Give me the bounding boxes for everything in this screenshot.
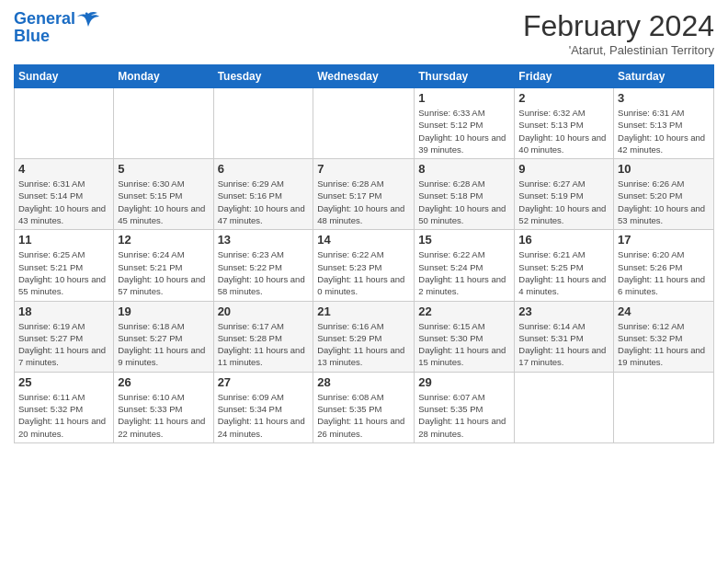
calendar-cell: 27Sunrise: 6:09 AM Sunset: 5:34 PM Dayli…	[213, 372, 313, 442]
day-info: Sunrise: 6:28 AM Sunset: 5:18 PM Dayligh…	[418, 178, 510, 226]
calendar-cell	[313, 88, 415, 159]
day-info: Sunrise: 6:15 AM Sunset: 5:30 PM Dayligh…	[418, 320, 510, 369]
col-sunday: Sunday	[15, 65, 114, 88]
calendar-cell: 2Sunrise: 6:32 AM Sunset: 5:13 PM Daylig…	[515, 88, 614, 159]
day-info: Sunrise: 6:25 AM Sunset: 5:21 PM Dayligh…	[18, 248, 109, 297]
col-tuesday: Tuesday	[213, 65, 313, 88]
day-number: 16	[518, 233, 609, 247]
calendar-cell: 3Sunrise: 6:31 AM Sunset: 5:13 PM Daylig…	[614, 88, 714, 159]
day-info: Sunrise: 6:26 AM Sunset: 5:20 PM Dayligh…	[618, 178, 710, 226]
logo-bird-icon	[77, 10, 99, 29]
day-info: Sunrise: 6:31 AM Sunset: 5:14 PM Dayligh…	[18, 178, 109, 226]
col-wednesday: Wednesday	[313, 65, 415, 88]
day-info: Sunrise: 6:10 AM Sunset: 5:33 PM Dayligh…	[118, 391, 209, 440]
day-number: 11	[18, 233, 109, 247]
day-number: 3	[618, 91, 710, 105]
day-number: 29	[418, 375, 510, 389]
calendar-cell: 29Sunrise: 6:07 AM Sunset: 5:35 PM Dayli…	[415, 372, 515, 442]
day-number: 28	[317, 375, 410, 389]
day-info: Sunrise: 6:20 AM Sunset: 5:26 PM Dayligh…	[618, 248, 710, 297]
calendar-cell: 8Sunrise: 6:28 AM Sunset: 5:18 PM Daylig…	[415, 159, 515, 230]
day-info: Sunrise: 6:08 AM Sunset: 5:35 PM Dayligh…	[317, 391, 410, 440]
day-info: Sunrise: 6:22 AM Sunset: 5:23 PM Dayligh…	[317, 248, 410, 297]
title-block: February 2024 'Atarut, Palestinian Terri…	[523, 9, 714, 57]
calendar-header-row: Sunday Monday Tuesday Wednesday Thursday…	[15, 65, 714, 88]
day-number: 13	[218, 233, 310, 247]
day-number: 14	[317, 233, 410, 247]
calendar-week-row: 18Sunrise: 6:19 AM Sunset: 5:27 PM Dayli…	[15, 301, 714, 372]
header: General Blue February 2024 'Atarut, Pale…	[14, 9, 714, 57]
day-number: 5	[118, 162, 209, 176]
day-number: 21	[317, 304, 410, 318]
col-monday: Monday	[114, 65, 213, 88]
day-number: 2	[518, 91, 609, 105]
calendar-week-row: 4Sunrise: 6:31 AM Sunset: 5:14 PM Daylig…	[15, 159, 714, 230]
calendar-cell: 15Sunrise: 6:22 AM Sunset: 5:24 PM Dayli…	[415, 230, 515, 301]
calendar-cell: 20Sunrise: 6:17 AM Sunset: 5:28 PM Dayli…	[213, 301, 313, 372]
col-friday: Friday	[515, 65, 614, 88]
day-number: 27	[218, 375, 310, 389]
day-number: 7	[317, 162, 410, 176]
day-info: Sunrise: 6:16 AM Sunset: 5:29 PM Dayligh…	[317, 320, 410, 369]
day-number: 17	[618, 233, 710, 247]
day-info: Sunrise: 6:17 AM Sunset: 5:28 PM Dayligh…	[218, 320, 310, 369]
day-number: 8	[418, 162, 510, 176]
calendar-cell: 26Sunrise: 6:10 AM Sunset: 5:33 PM Dayli…	[114, 372, 213, 442]
day-info: Sunrise: 6:30 AM Sunset: 5:15 PM Dayligh…	[118, 178, 209, 226]
day-info: Sunrise: 6:19 AM Sunset: 5:27 PM Dayligh…	[18, 320, 109, 369]
calendar-cell: 12Sunrise: 6:24 AM Sunset: 5:21 PM Dayli…	[114, 230, 213, 301]
calendar-cell: 25Sunrise: 6:11 AM Sunset: 5:32 PM Dayli…	[15, 372, 114, 442]
calendar-cell: 28Sunrise: 6:08 AM Sunset: 5:35 PM Dayli…	[313, 372, 415, 442]
calendar-cell: 6Sunrise: 6:29 AM Sunset: 5:16 PM Daylig…	[213, 159, 313, 230]
day-info: Sunrise: 6:24 AM Sunset: 5:21 PM Dayligh…	[118, 248, 209, 297]
day-info: Sunrise: 6:07 AM Sunset: 5:35 PM Dayligh…	[418, 391, 510, 440]
day-number: 9	[518, 162, 609, 176]
day-number: 24	[618, 304, 710, 318]
day-info: Sunrise: 6:27 AM Sunset: 5:19 PM Dayligh…	[518, 178, 609, 226]
calendar-cell: 5Sunrise: 6:30 AM Sunset: 5:15 PM Daylig…	[114, 159, 213, 230]
day-number: 1	[418, 91, 510, 105]
calendar-cell: 11Sunrise: 6:25 AM Sunset: 5:21 PM Dayli…	[15, 230, 114, 301]
calendar-cell: 16Sunrise: 6:21 AM Sunset: 5:25 PM Dayli…	[515, 230, 614, 301]
calendar-cell	[213, 88, 313, 159]
day-info: Sunrise: 6:18 AM Sunset: 5:27 PM Dayligh…	[118, 320, 209, 369]
calendar-cell: 7Sunrise: 6:28 AM Sunset: 5:17 PM Daylig…	[313, 159, 415, 230]
day-number: 25	[18, 375, 109, 389]
day-number: 18	[18, 304, 109, 318]
calendar-cell: 23Sunrise: 6:14 AM Sunset: 5:31 PM Dayli…	[515, 301, 614, 372]
calendar-table: Sunday Monday Tuesday Wednesday Thursday…	[14, 64, 714, 443]
day-number: 6	[218, 162, 310, 176]
day-number: 22	[418, 304, 510, 318]
day-info: Sunrise: 6:28 AM Sunset: 5:17 PM Dayligh…	[317, 178, 410, 226]
calendar-cell: 1Sunrise: 6:33 AM Sunset: 5:12 PM Daylig…	[415, 88, 515, 159]
calendar-cell: 24Sunrise: 6:12 AM Sunset: 5:32 PM Dayli…	[614, 301, 714, 372]
day-info: Sunrise: 6:31 AM Sunset: 5:13 PM Dayligh…	[618, 107, 710, 155]
col-thursday: Thursday	[415, 65, 515, 88]
calendar-cell: 9Sunrise: 6:27 AM Sunset: 5:19 PM Daylig…	[515, 159, 614, 230]
calendar-cell: 10Sunrise: 6:26 AM Sunset: 5:20 PM Dayli…	[614, 159, 714, 230]
day-number: 26	[118, 375, 209, 389]
calendar-cell: 19Sunrise: 6:18 AM Sunset: 5:27 PM Dayli…	[114, 301, 213, 372]
logo: General Blue	[14, 9, 99, 46]
calendar-week-row: 25Sunrise: 6:11 AM Sunset: 5:32 PM Dayli…	[15, 372, 714, 442]
calendar-cell: 4Sunrise: 6:31 AM Sunset: 5:14 PM Daylig…	[15, 159, 114, 230]
calendar-cell: 14Sunrise: 6:22 AM Sunset: 5:23 PM Dayli…	[313, 230, 415, 301]
month-title: February 2024	[523, 9, 714, 43]
day-info: Sunrise: 6:23 AM Sunset: 5:22 PM Dayligh…	[218, 248, 310, 297]
day-info: Sunrise: 6:12 AM Sunset: 5:32 PM Dayligh…	[618, 320, 710, 369]
day-info: Sunrise: 6:11 AM Sunset: 5:32 PM Dayligh…	[18, 391, 109, 440]
calendar-week-row: 1Sunrise: 6:33 AM Sunset: 5:12 PM Daylig…	[15, 88, 714, 159]
logo-blue: Blue	[14, 27, 50, 46]
day-number: 20	[218, 304, 310, 318]
day-info: Sunrise: 6:29 AM Sunset: 5:16 PM Dayligh…	[218, 178, 310, 226]
day-info: Sunrise: 6:21 AM Sunset: 5:25 PM Dayligh…	[518, 248, 609, 297]
day-number: 19	[118, 304, 209, 318]
calendar-cell	[114, 88, 213, 159]
day-number: 15	[418, 233, 510, 247]
day-info: Sunrise: 6:09 AM Sunset: 5:34 PM Dayligh…	[218, 391, 310, 440]
col-saturday: Saturday	[614, 65, 714, 88]
calendar-cell: 18Sunrise: 6:19 AM Sunset: 5:27 PM Dayli…	[15, 301, 114, 372]
calendar-cell: 21Sunrise: 6:16 AM Sunset: 5:29 PM Dayli…	[313, 301, 415, 372]
logo-general: General	[14, 9, 75, 28]
calendar-cell: 22Sunrise: 6:15 AM Sunset: 5:30 PM Dayli…	[415, 301, 515, 372]
